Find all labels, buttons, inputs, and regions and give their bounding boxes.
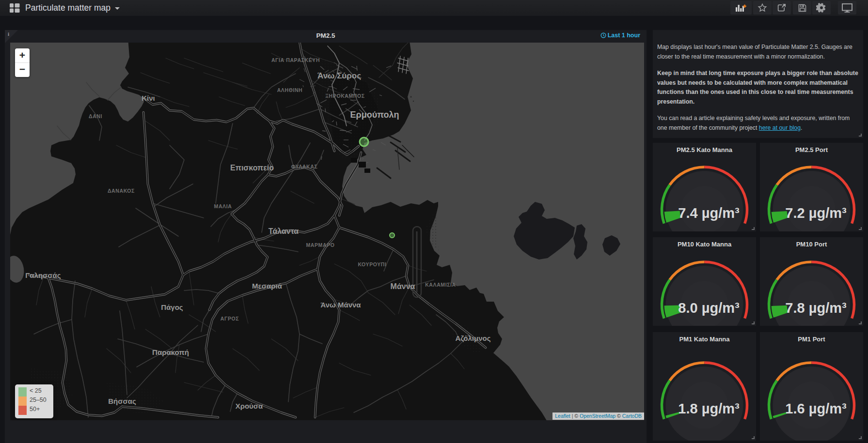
svg-text:Άνω Σύρος: Άνω Σύρος <box>317 71 361 80</box>
svg-text:Μάννα: Μάννα <box>391 282 415 290</box>
svg-text:ΑΛΗΘΙΝΗ: ΑΛΗΘΙΝΗ <box>277 87 303 93</box>
svg-text:Μεσαριά: Μεσαριά <box>252 282 283 290</box>
svg-text:7.4 µg/m³: 7.4 µg/m³ <box>678 205 740 221</box>
svg-text:ΞΗΡΟΚΑΜΠΟΣ: ΞΗΡΟΚΑΜΠΟΣ <box>325 93 364 99</box>
svg-text:ΜΑΡΜΑΡΟ: ΜΑΡΜΑΡΟ <box>306 242 334 248</box>
svg-text:Γαλησσάς: Γαλησσάς <box>25 271 61 279</box>
svg-text:ΦΥΛΑΚΑΣ: ΦΥΛΑΚΑΣ <box>291 164 318 169</box>
svg-text:Επισκοπείο: Επισκοπείο <box>230 164 274 172</box>
svg-text:ΜΑΛΙΑ: ΜΑΛΙΑ <box>214 203 232 209</box>
svg-text:7.2 µg/m³: 7.2 µg/m³ <box>785 205 847 221</box>
svg-text:ΚΑΛΑΜΙΣΙΑ: ΚΑΛΑΜΙΣΙΑ <box>425 282 456 288</box>
svg-text:8.0 µg/m³: 8.0 µg/m³ <box>678 300 740 316</box>
svg-text:7.8 µg/m³: 7.8 µg/m³ <box>785 300 847 316</box>
svg-text:Αζόλιμνος: Αζόλιμνος <box>455 334 490 342</box>
svg-text:ΑΓΡΟΣ: ΑΓΡΟΣ <box>221 316 239 321</box>
svg-text:1.8 µg/m³: 1.8 µg/m³ <box>678 401 740 416</box>
svg-text:1.6 µg/m³: 1.6 µg/m³ <box>785 401 847 416</box>
svg-text:Βήσσας: Βήσσας <box>108 397 136 405</box>
svg-text:ΚΟΥΡΟΥΠΙ: ΚΟΥΡΟΥΠΙ <box>358 261 386 267</box>
svg-text:Κίνι: Κίνι <box>142 94 155 102</box>
svg-text:Παρακοπή: Παρακοπή <box>152 348 189 356</box>
svg-text:ΑΓΙΑ ΠΑΡΑΣΚΕΥΗ: ΑΓΙΑ ΠΑΡΑΣΚΕΥΗ <box>271 57 320 63</box>
svg-text:Τάλαντα: Τάλαντα <box>268 227 299 235</box>
svg-text:Άνω Μάννα: Άνω Μάννα <box>320 301 361 309</box>
svg-text:Χρούσα: Χρούσα <box>236 402 263 410</box>
svg-text:Πάγος: Πάγος <box>161 303 183 311</box>
svg-text:Ερμούπολη: Ερμούπολη <box>350 110 399 120</box>
svg-text:ΔΑΝΑΚΟΣ: ΔΑΝΑΚΟΣ <box>108 188 135 194</box>
svg-text:ΔΑΝΙ: ΔΑΝΙ <box>89 113 102 119</box>
